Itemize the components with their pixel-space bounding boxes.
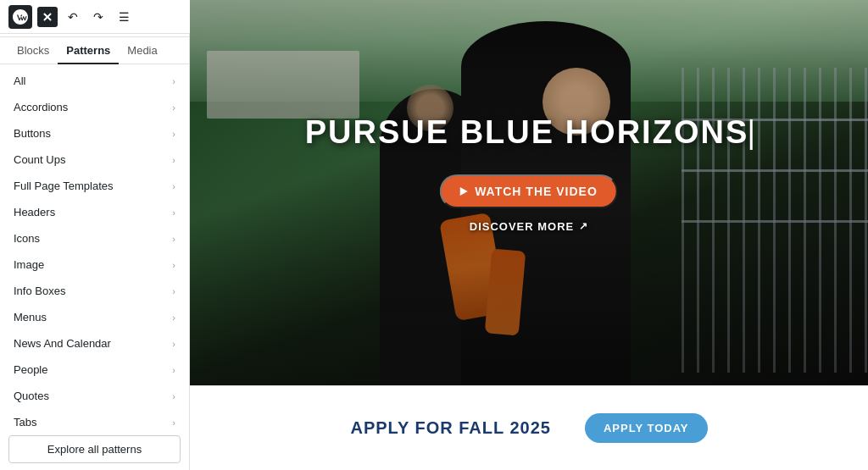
nav-item-icons[interactable]: Icons › xyxy=(0,225,189,252)
chevron-right-icon: › xyxy=(172,312,175,323)
tabs-row: Blocks Patterns Media xyxy=(0,37,189,64)
top-bar: ↶ ↷ ☰ xyxy=(0,0,190,34)
nav-item-buttons[interactable]: Buttons › xyxy=(0,120,189,147)
chevron-right-icon: › xyxy=(172,155,175,165)
apply-for-fall-text: APPLY FOR FALL 2025 xyxy=(350,418,551,438)
menu-button[interactable]: ☰ xyxy=(114,7,134,27)
nav-item-quotes[interactable]: Quotes › xyxy=(0,383,189,409)
play-icon xyxy=(460,187,468,196)
chevron-right-icon: › xyxy=(172,391,175,401)
main-content: PURSUE BLUE HORIZONS WATCH THE VIDEO DIS… xyxy=(190,0,868,470)
discover-more-link[interactable]: DISCOVER MORE ↗ xyxy=(470,220,589,233)
nav-item-info-boxes[interactable]: Info Boxes › xyxy=(0,278,189,304)
nav-item-full-page-templates[interactable]: Full Page Templates › xyxy=(0,173,189,199)
chevron-right-icon: › xyxy=(172,181,175,191)
undo-button[interactable]: ↶ xyxy=(63,7,83,27)
nav-item-all[interactable]: All › xyxy=(0,68,189,94)
explore-all-patterns-button[interactable]: Explore all patterns xyxy=(8,435,181,463)
chevron-right-icon: › xyxy=(172,339,175,349)
nav-item-news-calendar[interactable]: News And Calendar › xyxy=(0,330,189,357)
hero-text-overlay: PURSUE BLUE HORIZONS WATCH THE VIDEO DIS… xyxy=(305,114,753,233)
chevron-right-icon: › xyxy=(172,286,175,296)
nav-item-menus[interactable]: Menus › xyxy=(0,304,189,330)
nav-item-count-ups[interactable]: Count Ups › xyxy=(0,147,189,173)
chevron-right-icon: › xyxy=(172,417,175,428)
chevron-right-icon: › xyxy=(172,260,175,270)
chevron-right-icon: › xyxy=(172,76,175,86)
chevron-right-icon: › xyxy=(172,234,175,244)
nav-item-people[interactable]: People › xyxy=(0,357,189,383)
sidebar: ↶ ↷ ☰ Blocks Patterns Media All › Accord… xyxy=(0,0,190,470)
watch-video-button[interactable]: WATCH THE VIDEO xyxy=(440,174,618,208)
chevron-right-icon: › xyxy=(172,129,175,139)
cursor-blink xyxy=(750,119,753,150)
nav-item-accordions[interactable]: Accordions › xyxy=(0,94,189,120)
nav-item-image[interactable]: Image › xyxy=(0,252,189,278)
tab-patterns[interactable]: Patterns xyxy=(58,37,119,64)
chevron-right-icon: › xyxy=(172,207,175,218)
nav-item-tabs[interactable]: Tabs › xyxy=(0,409,189,429)
tab-media[interactable]: Media xyxy=(119,37,165,64)
chevron-right-icon: › xyxy=(172,102,175,113)
nav-item-headers[interactable]: Headers › xyxy=(0,199,189,225)
external-link-icon: ↗ xyxy=(579,220,588,232)
hero-title: PURSUE BLUE HORIZONS xyxy=(305,114,753,151)
redo-button[interactable]: ↷ xyxy=(88,7,108,27)
apply-today-button[interactable]: APPLY TODAY xyxy=(585,413,708,443)
close-button[interactable] xyxy=(37,7,58,27)
bottom-bar: APPLY FOR FALL 2025 APPLY TODAY xyxy=(190,385,868,470)
tab-blocks[interactable]: Blocks xyxy=(8,37,58,64)
wordpress-logo xyxy=(8,5,32,29)
nav-list: All › Accordions › Buttons › Count Ups ›… xyxy=(0,64,189,429)
hero-area: PURSUE BLUE HORIZONS WATCH THE VIDEO DIS… xyxy=(190,0,868,385)
chevron-right-icon: › xyxy=(172,365,175,375)
